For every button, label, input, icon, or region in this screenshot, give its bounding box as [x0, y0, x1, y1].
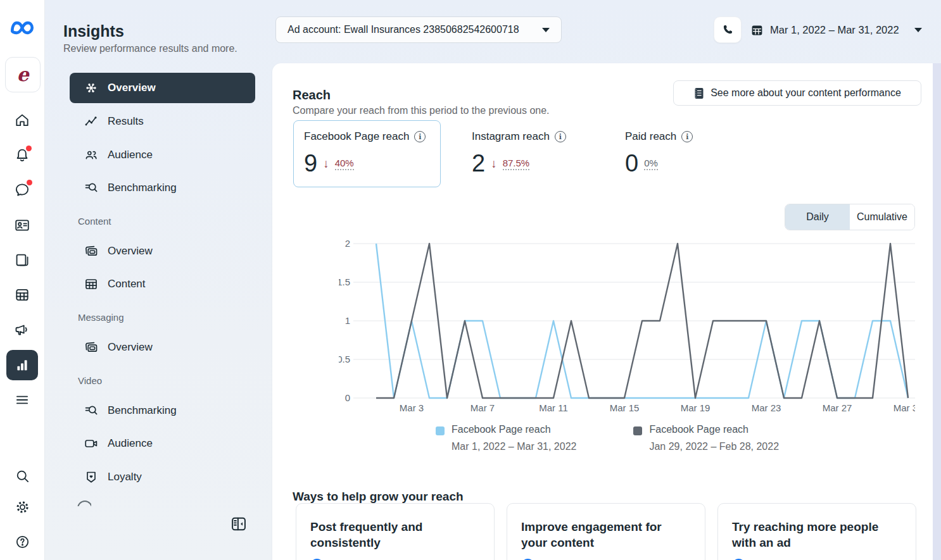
grow-card-post-frequently[interactable]: Post frequently and consistently f Publi… [296, 503, 495, 560]
ad-account-label: Ad account: Ewall Insurances 23850682542… [287, 24, 519, 35]
audience-people-icon [84, 147, 99, 163]
metric-value: 0 [625, 151, 638, 177]
metric-label: Facebook Page reach [304, 130, 409, 143]
search-icon [15, 468, 30, 484]
sidebar-item-overview[interactable]: Overview [70, 73, 255, 103]
settings-button[interactable] [0, 493, 44, 521]
loyalty-badge-icon [84, 470, 99, 485]
sidebar-item-results[interactable]: Results [70, 108, 255, 135]
svg-text:2: 2 [345, 238, 350, 249]
more-tools-button[interactable] [0, 386, 44, 414]
contacts-button[interactable] [0, 211, 44, 239]
help-button[interactable] [0, 528, 44, 556]
down-arrow-icon: ↓ [323, 157, 329, 171]
home-button[interactable] [0, 106, 44, 134]
svg-text:Mar 27: Mar 27 [823, 402, 852, 413]
collapse-sidebar-button[interactable] [228, 514, 249, 535]
sidebar-item-benchmarking[interactable]: Benchmarking [70, 174, 255, 202]
grow-card-reach-with-ad[interactable]: Try reaching more people with an ad f Fa… [717, 503, 916, 560]
legend-swatch-previous [633, 426, 642, 435]
sidebar-item-label: Overview [108, 245, 153, 258]
section-label-content: Content [78, 216, 111, 227]
search-button[interactable] [0, 462, 44, 490]
legend-swatch-current [436, 426, 445, 435]
chart-legend: Facebook Page reach Mar 1, 2022 – Mar 31… [436, 424, 779, 452]
messages-button[interactable] [0, 176, 44, 204]
ads-button[interactable] [0, 316, 44, 344]
svg-text:Mar 19: Mar 19 [681, 402, 710, 413]
sidebar-item-messaging-overview[interactable]: Overview [70, 333, 255, 361]
sidebar-item-content-overview[interactable]: Overview [70, 237, 255, 265]
sidebar-item-audience[interactable]: Audience [70, 141, 255, 169]
metric-value: 2 [472, 151, 485, 177]
svg-text:1.5: 1.5 [339, 277, 350, 287]
sidebar-item-label: Content [108, 278, 146, 290]
sidebar-item-loyalty[interactable]: Loyalty [70, 463, 255, 491]
meta-infinity-icon [9, 15, 35, 41]
grow-card-title: Post frequently and consistently [310, 519, 480, 551]
sidebar-item-label: Audience [108, 149, 153, 161]
legend-label: Facebook Page reach [649, 424, 779, 435]
sidebar-item-label: Loyalty [108, 471, 142, 483]
info-icon[interactable] [681, 131, 693, 142]
reach-chart: 00.511.52Mar 3Mar 7Mar 11Mar 15Mar 19Mar… [339, 235, 915, 419]
metric-card-paid-reach[interactable]: Paid reach 0 0% [614, 120, 709, 187]
calendar-icon [750, 23, 764, 37]
sidebar-item-video-audience[interactable]: Audience [70, 430, 255, 457]
grow-card-improve-engagement[interactable]: Improve engagement for your content f Me… [507, 503, 705, 560]
reach-metrics: Facebook Page reach 9 ↓ 40% Instagram re… [293, 120, 709, 187]
sidebar-item-label: Overview [108, 82, 156, 94]
page-subtitle: Review performance results and more. [63, 43, 237, 54]
chevron-down-icon [914, 28, 922, 32]
info-icon[interactable] [414, 131, 426, 142]
svg-text:Mar 23: Mar 23 [752, 402, 781, 413]
date-range-selector[interactable]: Mar 1, 2022 – Mar 31, 2022 [750, 16, 922, 43]
svg-text:Mar 31: Mar 31 [894, 402, 915, 413]
tab-daily[interactable]: Daily [785, 204, 850, 230]
sidebar-item-content[interactable]: Content [70, 270, 255, 298]
messages-badge [27, 180, 32, 185]
metric-card-instagram-reach[interactable]: Instagram reach 2 ↓ 87.5% [461, 120, 586, 187]
notifications-button[interactable] [0, 141, 44, 169]
sidebar-item-video-benchmarking[interactable]: Benchmarking [70, 397, 255, 425]
video-camera-icon [84, 436, 99, 451]
legend-range: Jan 29, 2022 – Feb 28, 2022 [649, 441, 779, 452]
notification-badge [26, 146, 32, 151]
results-trend-icon [84, 114, 99, 129]
reach-subtitle: Compare your reach from this period to t… [293, 105, 550, 116]
content-pages-button[interactable] [0, 246, 44, 274]
stacked-cards-icon [84, 340, 99, 355]
megaphone-icon [14, 321, 30, 338]
scrollbar[interactable] [933, 63, 941, 560]
tab-cumulative[interactable]: Cumulative [850, 204, 914, 230]
sidebar-item-label: Benchmarking [108, 404, 177, 417]
call-support-button[interactable] [714, 16, 742, 43]
planner-button[interactable] [0, 281, 44, 309]
ad-account-selector[interactable]: Ad account: Ewall Insurances 23850682542… [275, 16, 562, 43]
planner-grid-icon [14, 287, 30, 303]
svg-text:1: 1 [345, 315, 350, 326]
info-icon[interactable] [555, 131, 566, 142]
insights-button[interactable] [6, 350, 38, 380]
svg-text:Mar 3: Mar 3 [400, 402, 424, 413]
pages-icon [14, 252, 30, 268]
grow-card-title: Improve engagement for your content [521, 519, 691, 551]
metric-delta: 0% [644, 158, 658, 170]
sidebar-item-label: Benchmarking [108, 182, 177, 194]
reach-panel: Reach Compare your reach from this perio… [272, 63, 933, 560]
meta-logo[interactable] [8, 14, 36, 42]
section-label-messaging: Messaging [78, 312, 124, 323]
see-more-content-performance-button[interactable]: See more about your content performance [673, 80, 921, 106]
nav-rail: e [0, 0, 45, 560]
phone-icon [721, 23, 734, 36]
sidebar-item-label: Results [108, 115, 144, 128]
page-avatar[interactable]: e [5, 57, 41, 92]
grow-card-title: Try reaching more people with an ad [732, 519, 902, 551]
page-title: Insights [63, 22, 124, 40]
metric-card-facebook-page-reach[interactable]: Facebook Page reach 9 ↓ 40% [293, 120, 441, 187]
reach-title: Reach [293, 88, 331, 103]
svg-text:Mar 15: Mar 15 [610, 402, 640, 413]
content-table-icon [84, 277, 99, 292]
sidebar-item-label: Audience [108, 437, 153, 450]
hamburger-icon [14, 392, 30, 408]
